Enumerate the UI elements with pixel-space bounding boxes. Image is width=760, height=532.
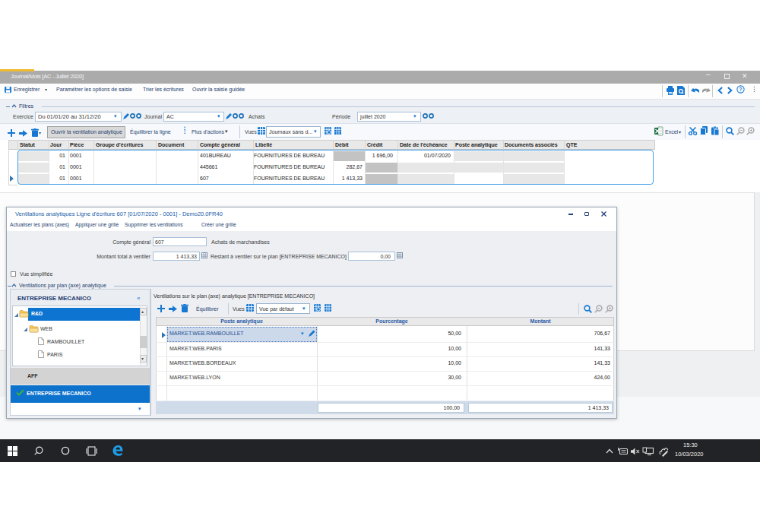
svg-text:?: ? <box>739 87 742 92</box>
